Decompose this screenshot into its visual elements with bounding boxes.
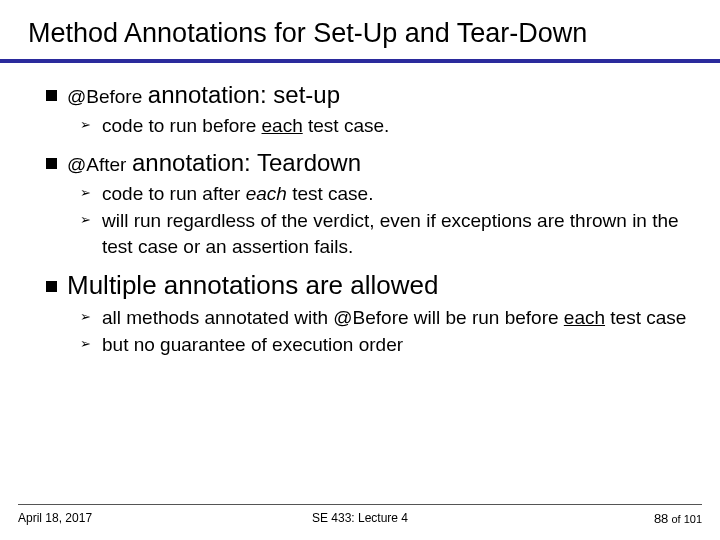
slide-body: @Before annotation: set-up ➢code to run … [28,81,692,358]
sub-text: code to run after each test case. [102,183,373,204]
sub-item: ➢will run regardless of the verdict, eve… [80,208,692,259]
bullet-text: Multiple annotations are allowed [67,276,438,298]
footer-page: 88 of 101 [654,511,702,526]
slide-footer: April 18, 2017 SE 433: Lecture 4 88 of 1… [0,504,720,526]
bullet-text: @Before annotation: set-up [67,85,340,107]
chevron-icon: ➢ [80,184,91,202]
sub-text: will run regardless of the verdict, even… [102,210,679,257]
footer-date: April 18, 2017 [18,511,92,526]
footer-course: SE 433: Lecture 4 [312,511,408,525]
sub-list: ➢code to run before each test case. [46,113,692,139]
sub-item: ➢code to run before each test case. [80,113,692,139]
chevron-icon: ➢ [80,335,91,353]
sub-item: ➢but no guarantee of execution order [80,332,692,358]
square-bullet-icon [46,90,57,101]
footer-rule [18,504,702,505]
bullet-item: @After annotation: Teardown ➢code to run… [46,149,692,260]
sub-item: ➢all methods annotated with @Before will… [80,305,692,331]
bullet-item: @Before annotation: set-up ➢code to run … [46,81,692,139]
sub-text: but no guarantee of execution order [102,334,403,355]
slide: Method Annotations for Set-Up and Tear-D… [0,0,720,540]
footer-row: April 18, 2017 SE 433: Lecture 4 88 of 1… [18,511,702,526]
chevron-icon: ➢ [80,308,91,326]
bullet-item: Multiple annotations are allowed ➢all me… [46,270,692,358]
chevron-icon: ➢ [80,116,91,134]
title-rule [0,59,720,63]
bullet-list: @Before annotation: set-up ➢code to run … [28,81,692,358]
slide-title: Method Annotations for Set-Up and Tear-D… [28,18,692,49]
sub-list: ➢code to run after each test case. ➢will… [46,181,692,260]
square-bullet-icon [46,281,57,292]
sub-list: ➢all methods annotated with @Before will… [46,305,692,358]
chevron-icon: ➢ [80,211,91,229]
sub-text: code to run before each test case. [102,115,389,136]
sub-item: ➢code to run after each test case. [80,181,692,207]
sub-text: all methods annotated with @Before will … [102,307,686,328]
bullet-text: @After annotation: Teardown [67,153,361,175]
square-bullet-icon [46,158,57,169]
